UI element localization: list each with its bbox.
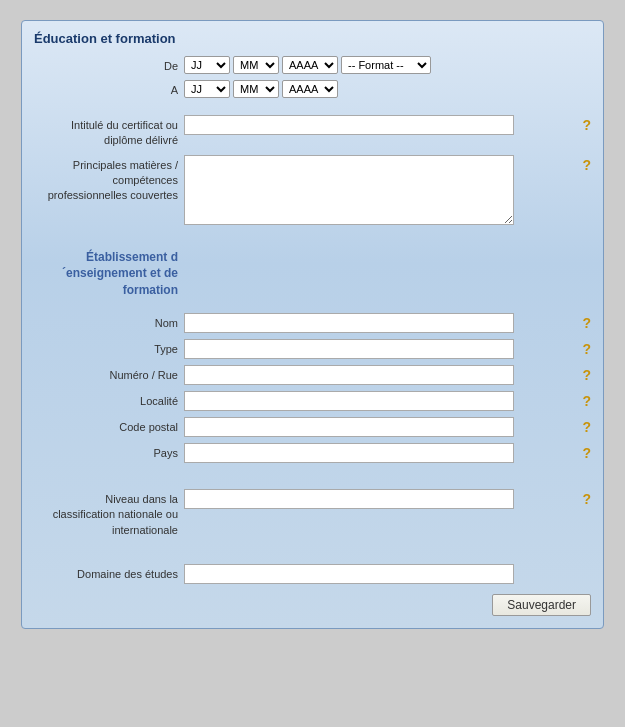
- niveau-input[interactable]: [184, 489, 514, 509]
- numero-label: Numéro / Rue: [34, 365, 184, 383]
- type-help-icon[interactable]: ?: [582, 339, 591, 357]
- pays-row: Pays ?: [34, 443, 591, 463]
- a-day-select[interactable]: JJ: [184, 80, 230, 98]
- localite-label: Localité: [34, 391, 184, 409]
- nom-row: Nom ?: [34, 313, 591, 333]
- matieres-label: Principales matières / compétences profe…: [34, 155, 184, 204]
- form-title: Éducation et formation: [34, 31, 591, 46]
- type-row: Type ?: [34, 339, 591, 359]
- nom-label: Nom: [34, 313, 184, 331]
- niveau-row: Niveau dans la classification nationale …: [34, 489, 591, 538]
- code-postal-label: Code postal: [34, 417, 184, 435]
- localite-controls: [184, 391, 576, 411]
- niveau-label: Niveau dans la classification nationale …: [34, 489, 184, 538]
- type-controls: [184, 339, 576, 359]
- domaine-row: Domaine des études: [34, 564, 591, 584]
- localite-input[interactable]: [184, 391, 514, 411]
- numero-row: Numéro / Rue ?: [34, 365, 591, 385]
- certificat-help-icon[interactable]: ?: [582, 115, 591, 133]
- domaine-input[interactable]: [184, 564, 514, 584]
- de-controls: JJ MM AAAA -- Format --: [184, 56, 591, 74]
- domaine-controls: [184, 564, 591, 584]
- a-label: A: [34, 80, 184, 98]
- matieres-help-icon[interactable]: ?: [582, 155, 591, 173]
- nom-help-icon[interactable]: ?: [582, 313, 591, 331]
- save-button[interactable]: Sauvegarder: [492, 594, 591, 616]
- code-postal-help-icon[interactable]: ?: [582, 417, 591, 435]
- pays-help-icon[interactable]: ?: [582, 443, 591, 461]
- nom-input[interactable]: [184, 313, 514, 333]
- etablissement-section-title: Établissement d ´enseignement et de form…: [34, 249, 184, 299]
- niveau-help-icon[interactable]: ?: [582, 489, 591, 507]
- a-controls: JJ MM AAAA: [184, 80, 591, 98]
- pays-input[interactable]: [184, 443, 514, 463]
- de-label: De: [34, 56, 184, 74]
- type-label: Type: [34, 339, 184, 357]
- a-year-select[interactable]: AAAA: [282, 80, 338, 98]
- a-month-select[interactable]: MM: [233, 80, 279, 98]
- code-postal-input[interactable]: [184, 417, 514, 437]
- pays-label: Pays: [34, 443, 184, 461]
- matieres-row: Principales matières / compétences profe…: [34, 155, 591, 225]
- localite-row: Localité ?: [34, 391, 591, 411]
- code-postal-row: Code postal ?: [34, 417, 591, 437]
- de-row: De JJ MM AAAA -- Format --: [34, 56, 591, 74]
- de-day-select[interactable]: JJ: [184, 56, 230, 74]
- domaine-label: Domaine des études: [34, 564, 184, 582]
- matieres-controls: [184, 155, 576, 225]
- certificat-controls: [184, 115, 576, 135]
- de-year-select[interactable]: AAAA: [282, 56, 338, 74]
- a-row: A JJ MM AAAA: [34, 80, 591, 98]
- type-input[interactable]: [184, 339, 514, 359]
- numero-controls: [184, 365, 576, 385]
- education-form: Éducation et formation De JJ MM AAAA -- …: [21, 20, 604, 629]
- numero-help-icon[interactable]: ?: [582, 365, 591, 383]
- etablissement-section-row: Établissement d ´enseignement et de form…: [34, 249, 591, 299]
- certificat-label: Intitulé du certificat ou diplôme délivr…: [34, 115, 184, 149]
- de-month-select[interactable]: MM: [233, 56, 279, 74]
- nom-controls: [184, 313, 576, 333]
- matieres-textarea[interactable]: [184, 155, 514, 225]
- de-format-select[interactable]: -- Format --: [341, 56, 431, 74]
- certificat-row: Intitulé du certificat ou diplôme délivr…: [34, 115, 591, 149]
- certificat-input[interactable]: [184, 115, 514, 135]
- pays-controls: [184, 443, 576, 463]
- numero-input[interactable]: [184, 365, 514, 385]
- localite-help-icon[interactable]: ?: [582, 391, 591, 409]
- save-row: Sauvegarder: [34, 594, 591, 616]
- code-postal-controls: [184, 417, 576, 437]
- niveau-controls: [184, 489, 576, 509]
